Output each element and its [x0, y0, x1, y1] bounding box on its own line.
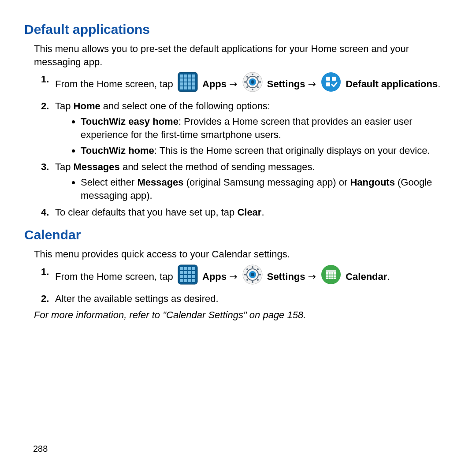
steps-calendar: From the Home screen, tap Apps → — [24, 264, 452, 306]
svg-point-61 — [251, 273, 254, 276]
arrow-icon: → — [229, 78, 240, 89]
cal-step-2: Alter the available settings as desired. — [55, 291, 452, 306]
step2-opt1-b: TouchWiz easy home — [81, 116, 178, 127]
svg-point-57 — [257, 268, 259, 270]
step3-sub-mid: (original Samsung messaging app) or — [184, 177, 350, 188]
svg-rect-39 — [184, 271, 187, 274]
svg-rect-6 — [184, 78, 187, 82]
svg-point-25 — [246, 86, 248, 88]
step3-a: Tap — [55, 161, 74, 172]
svg-rect-35 — [184, 267, 187, 270]
apps-grid-icon — [178, 264, 198, 289]
calendar-icon — [321, 264, 341, 289]
svg-rect-8 — [192, 78, 195, 82]
svg-rect-1 — [180, 74, 183, 78]
svg-rect-47 — [184, 279, 187, 282]
cal-step1-calendar-label: Calendar — [346, 271, 387, 282]
svg-rect-64 — [326, 270, 336, 272]
step2-option-1: TouchWiz easy home: Provides a Home scre… — [81, 115, 452, 141]
svg-rect-5 — [180, 78, 183, 82]
svg-point-26 — [257, 86, 259, 88]
page-number: 288 — [33, 444, 48, 454]
svg-rect-45 — [192, 275, 195, 278]
heading-calendar: Calendar — [24, 227, 452, 242]
svg-point-23 — [246, 76, 248, 78]
calendar-reference: For more information, refer to "Calendar… — [24, 309, 452, 322]
svg-rect-41 — [192, 271, 195, 274]
svg-rect-3 — [188, 74, 191, 78]
step-2: Tap Home and select one of the following… — [55, 99, 452, 157]
step1-default-label: Default applications — [346, 78, 438, 89]
svg-point-54 — [244, 274, 246, 275]
svg-rect-30 — [326, 77, 330, 81]
svg-rect-42 — [180, 275, 183, 278]
cal-step1-period: . — [387, 271, 390, 282]
settings-gear-icon — [242, 72, 263, 96]
svg-point-21 — [244, 81, 246, 83]
step-4: To clear defaults that you have set up, … — [55, 205, 452, 219]
svg-rect-10 — [184, 82, 187, 86]
svg-point-55 — [259, 274, 261, 275]
step3-options: Select either Messages (original Samsung… — [55, 176, 452, 202]
step3-option-1: Select either Messages (original Samsung… — [81, 176, 452, 202]
svg-rect-31 — [332, 77, 336, 81]
svg-rect-44 — [188, 275, 191, 278]
arrow-icon: → — [308, 271, 319, 282]
svg-point-58 — [246, 279, 248, 281]
step1-settings-label: Settings — [267, 78, 305, 89]
svg-point-56 — [246, 268, 248, 270]
svg-point-52 — [252, 266, 253, 268]
step2-options: TouchWiz easy home: Provides a Home scre… — [55, 115, 452, 157]
step2-option-2: TouchWiz home: This is the Home screen t… — [81, 144, 452, 157]
svg-point-22 — [259, 81, 261, 83]
svg-rect-36 — [188, 267, 191, 270]
cal-step-1: From the Home screen, tap Apps → — [55, 264, 452, 289]
intro-calendar: This menu provides quick access to your … — [24, 248, 452, 261]
svg-rect-49 — [192, 279, 195, 282]
svg-rect-32 — [326, 82, 330, 86]
arrow-icon: → — [308, 78, 319, 89]
svg-rect-37 — [192, 267, 195, 270]
svg-rect-14 — [184, 86, 187, 89]
intro-default-applications: This menu allows you to pre-set the defa… — [24, 42, 452, 68]
cal-step1-settings-label: Settings — [267, 271, 305, 282]
svg-point-59 — [257, 279, 259, 281]
step2-b: and select one of the following options: — [100, 100, 270, 112]
step-1: From the Home screen, tap Apps → — [55, 72, 452, 96]
step3-msgs: Messages — [74, 161, 120, 172]
svg-rect-12 — [192, 82, 195, 86]
manual-page: Default applications This menu allows yo… — [0, 0, 476, 476]
step3-sub-hangouts: Hangouts — [350, 177, 394, 188]
svg-point-29 — [321, 72, 341, 92]
svg-point-24 — [257, 76, 259, 78]
cal-step1-a: From the Home screen, tap — [55, 271, 176, 282]
step3-sub-a: Select either — [81, 177, 137, 188]
apps-grid-icon — [178, 72, 198, 96]
cal-step1-apps-label: Apps — [202, 271, 227, 282]
svg-rect-40 — [188, 271, 191, 274]
step1-period: . — [438, 78, 440, 89]
step-3: Tap Messages and select the method of se… — [55, 160, 452, 202]
step2-home: Home — [74, 100, 100, 112]
heading-default-applications: Default applications — [24, 22, 452, 37]
svg-rect-16 — [192, 86, 195, 89]
step2-a: Tap — [55, 100, 74, 112]
svg-point-53 — [252, 281, 253, 283]
settings-gear-icon — [242, 264, 263, 289]
svg-rect-11 — [188, 82, 191, 86]
svg-rect-34 — [180, 267, 183, 270]
step1-apps-label: Apps — [202, 78, 227, 89]
step3-b: and select the method of sending message… — [120, 161, 315, 172]
svg-rect-46 — [180, 279, 183, 282]
arrow-icon: → — [229, 271, 240, 282]
svg-rect-15 — [188, 86, 191, 89]
svg-rect-43 — [184, 275, 187, 278]
svg-rect-7 — [188, 78, 191, 82]
svg-point-28 — [251, 80, 254, 84]
svg-point-20 — [252, 89, 253, 90]
step2-opt2-b: TouchWiz home — [81, 145, 154, 156]
svg-rect-4 — [192, 74, 195, 78]
step2-opt2-t: : This is the Home screen that originall… — [154, 145, 430, 156]
default-apps-icon — [321, 72, 341, 96]
svg-rect-9 — [180, 82, 183, 86]
